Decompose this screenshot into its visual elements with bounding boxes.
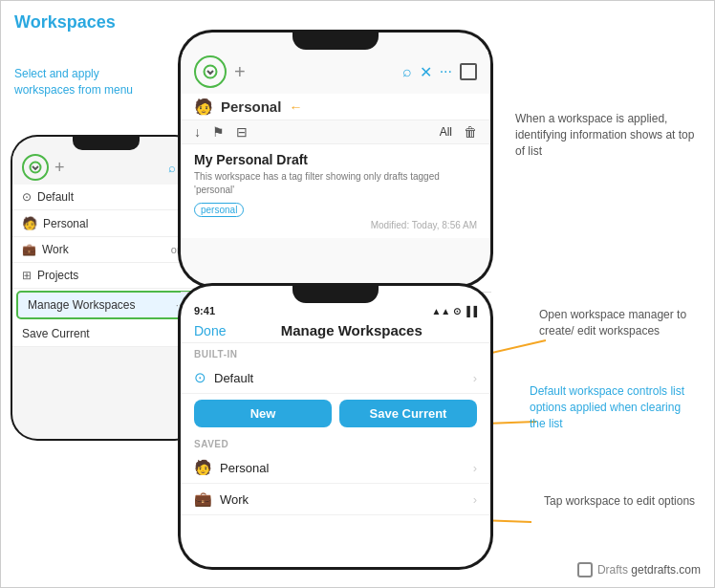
rb-status-icons: ▲▲ ⊙ ▐▐ [431,306,477,316]
rt-grid-icon[interactable] [460,63,477,80]
rb-notch [292,286,379,303]
workspace-personal-label: Personal [43,217,88,230]
new-draft-button[interactable]: + [54,158,65,178]
rt-workspace-name: Personal [221,98,281,115]
rt-draft-description: This workspace has a tag filter showing … [194,170,477,197]
manage-workspaces-label: Manage Workspaces [28,298,136,312]
drafts-watermark: Drafts getdrafts.com [577,562,701,577]
rt-notch [292,33,379,50]
left-phone-header: + ⌕ ✕ [12,150,200,185]
rb-default-chevron: › [473,371,477,385]
workspace-dropdown: ⊙ Default ✕ 🧑 Personal All 💼 Work only [12,185,200,347]
phone-left: + ⌕ ✕ ⊙ Default ✕ 🧑 Personal All [11,135,202,441]
rb-new-button[interactable]: New [194,400,332,427]
rb-default-name: Default [214,371,473,385]
rb-personal-person-icon: 🧑 [194,459,212,476]
rb-default-icon: ⊙ [194,369,206,386]
drafts-logo-icon [577,562,593,577]
workspace-work-label: Work [42,243,69,256]
rt-draft-modified: Modified: Today, 8:56 AM [194,220,477,230]
svg-point-5 [31,163,41,173]
rt-workspace-menu-icon[interactable] [194,55,227,88]
workspace-item-projects[interactable]: ⊞ Projects [12,263,200,289]
rb-saved-header: SAVED [181,433,490,452]
rb-work-name: Work [220,492,473,507]
rb-save-current-button[interactable]: Save Current [339,400,477,427]
rb-personal-name: Personal [220,461,473,475]
projects-grid-icon: ⊞ [22,269,32,282]
workspace-item-personal[interactable]: 🧑 Personal All [12,210,200,237]
rb-buttons: New Save Current [181,394,490,433]
search-icon[interactable]: ⌕ [168,161,176,175]
rt-archive-icon[interactable]: ⊟ [236,124,248,140]
workspace-menu-icon[interactable] [22,154,49,181]
rb-done-button[interactable]: Done [194,323,226,338]
annotation-tap-workspace: Tap workspace to edit options [544,493,697,510]
annotation-open-manager: Open workspace manager to create/ edit w… [539,307,697,339]
rt-toolbar: ↓ ⚑ ⊟ All 🗑 [181,120,490,144]
rt-more-icon[interactable]: ··· [440,63,452,80]
work-briefcase-icon: 💼 [22,243,36,256]
rt-download-icon[interactable]: ↓ [194,124,201,140]
annotation-select-menu: Select and apply workspaces from menu [14,66,148,98]
rb-work-briefcase-icon: 💼 [194,490,212,508]
svg-point-6 [205,66,217,78]
rb-built-in-header: BUILT-IN [181,343,490,362]
rt-draft-title: My Personal Draft [194,152,477,167]
annotation-default-controls: Default workspace controls list options … [530,383,697,431]
workspace-item-manage[interactable]: Manage Workspaces ··· [16,291,196,319]
rt-person-icon: 🧑 [194,98,213,116]
page-title: Workspaces [14,12,116,33]
rt-flag-icon[interactable]: ⚑ [212,124,225,140]
workspace-item-default[interactable]: ⊙ Default ✕ [12,185,200,210]
phone-right-top: + ⌕ ✕ ··· 🧑 Personal ← ↓ ⚑ ⊟ All 🗑 My Pe… [178,30,493,288]
rt-all-button[interactable]: All [440,125,452,139]
rt-draft-item[interactable]: My Personal Draft This workspace has a t… [181,144,490,238]
workspace-default-label: Default [37,190,74,204]
rb-personal-chevron: › [473,461,477,475]
drafts-text: Drafts getdrafts.com [597,563,701,577]
rt-draft-tag: personal [194,203,244,217]
rt-header: + ⌕ ✕ ··· [181,50,490,94]
workspace-item-save-current[interactable]: Save Current ··· [12,321,200,347]
rt-search-icon[interactable]: ⌕ [402,63,412,80]
rb-saved-personal[interactable]: 🧑 Personal › [181,452,490,484]
rb-time: 9:41 [194,305,215,316]
rt-applied-arrow: ← [289,99,302,115]
rb-saved-work[interactable]: 💼 Work › [181,484,490,515]
personal-person-icon: 🧑 [22,216,37,230]
left-phone-notch [73,137,140,150]
rt-new-draft-button[interactable]: + [234,61,246,83]
rb-manage-title: Manage Workspaces [226,322,477,338]
workspace-item-work[interactable]: 💼 Work only [12,237,200,263]
workspace-projects-label: Projects [37,269,78,282]
save-current-label: Save Current [22,327,90,340]
rt-close-icon[interactable]: ✕ [420,63,432,81]
rb-default-item[interactable]: ⊙ Default › [181,362,490,394]
rt-workspace-bar: 🧑 Personal ← [181,94,490,120]
rb-header: Done Manage Workspaces [181,318,490,343]
rb-status-bar: 9:41 ▲▲ ⊙ ▐▐ [181,303,490,318]
default-icon: ⊙ [22,190,32,204]
annotation-when-applied: When a workspace is applied, identifying… [515,111,697,159]
phone-right-bottom: 9:41 ▲▲ ⊙ ▐▐ Done Manage Workspaces BUIL… [178,283,493,570]
rb-work-chevron: › [473,492,477,507]
rt-trash-icon[interactable]: 🗑 [464,124,477,140]
